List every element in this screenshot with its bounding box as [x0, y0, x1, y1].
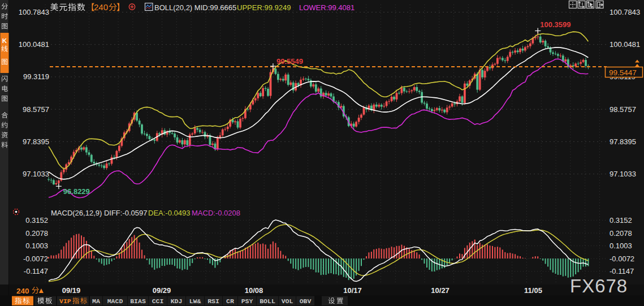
svg-text:-0.1147: -0.1147: [24, 267, 48, 275]
svg-text:KDJ: KDJ: [171, 298, 183, 305]
svg-text:BIAS: BIAS: [130, 298, 146, 305]
svg-text:UPPER:99.9249: UPPER:99.9249: [237, 3, 291, 12]
svg-text:RSI: RSI: [208, 298, 219, 305]
svg-text:96.8229: 96.8229: [63, 187, 90, 196]
svg-text:0.2078: 0.2078: [610, 229, 632, 238]
svg-text:100.7843: 100.7843: [19, 8, 49, 16]
svg-text:VOL: VOL: [282, 298, 293, 305]
svg-text:100.3599: 100.3599: [540, 20, 570, 29]
svg-text:10/27: 10/27: [431, 286, 449, 295]
svg-text:LW&: LW&: [189, 298, 201, 305]
svg-text:FX678: FX678: [570, 275, 628, 296]
svg-text:K: K: [2, 37, 7, 44]
svg-text:98.5757: 98.5757: [610, 105, 636, 114]
svg-text:0.2078: 0.2078: [25, 229, 48, 238]
svg-text:09/29: 09/29: [153, 286, 171, 295]
svg-text:100.7843: 100.7843: [610, 8, 640, 16]
svg-text:99.5447: 99.5447: [609, 68, 637, 77]
svg-text:99.3119: 99.3119: [23, 72, 49, 81]
svg-text:VIP: VIP: [59, 298, 71, 305]
svg-text:-0.1147: -0.1147: [610, 267, 634, 275]
svg-text:98.5757: 98.5757: [23, 105, 49, 114]
svg-text:0.1003: 0.1003: [25, 242, 48, 250]
svg-text:0.3152: 0.3152: [25, 216, 48, 225]
svg-text:LOWER:99.4081: LOWER:99.4081: [299, 3, 355, 12]
svg-text:10/08: 10/08: [245, 286, 263, 295]
svg-text:97.1033: 97.1033: [23, 170, 49, 178]
svg-text:BOLL(20,2) MID:99.6665: BOLL(20,2) MID:99.6665: [154, 3, 236, 12]
svg-text:CR: CR: [226, 298, 234, 305]
svg-text:MA: MA: [92, 298, 100, 305]
svg-text:BOLL: BOLL: [260, 298, 275, 305]
svg-text:240: 240: [16, 287, 29, 295]
svg-text:PSY: PSY: [241, 298, 253, 305]
svg-text:MACD: MACD: [107, 298, 123, 305]
svg-text:0.1003: 0.1003: [610, 242, 632, 250]
svg-text:OBV: OBV: [300, 298, 312, 305]
svg-text:10/17: 10/17: [343, 286, 362, 295]
svg-text:11/05: 11/05: [524, 286, 542, 295]
svg-text:97.8395: 97.8395: [610, 137, 636, 146]
svg-text:CCI: CCI: [152, 298, 164, 305]
svg-text:100.0481: 100.0481: [610, 40, 640, 49]
svg-text:97.8395: 97.8395: [23, 137, 49, 146]
svg-text:09/19: 09/19: [62, 286, 81, 295]
svg-text:99.5549: 99.5549: [276, 57, 303, 66]
svg-text:MACD:-0.0208: MACD:-0.0208: [192, 209, 240, 217]
svg-text:100.0481: 100.0481: [19, 40, 49, 49]
svg-text:-0.0072: -0.0072: [610, 255, 634, 263]
svg-text:240: 240: [94, 2, 108, 12]
svg-text:-0.0072: -0.0072: [23, 255, 48, 263]
svg-text:0.3152: 0.3152: [610, 216, 632, 225]
svg-text:97.1033: 97.1033: [610, 170, 636, 178]
svg-text:DEA:-0.0493: DEA:-0.0493: [148, 209, 190, 217]
svg-text:MACD(26,12,9) DIFF:-0.0597: MACD(26,12,9) DIFF:-0.0597: [51, 209, 148, 217]
